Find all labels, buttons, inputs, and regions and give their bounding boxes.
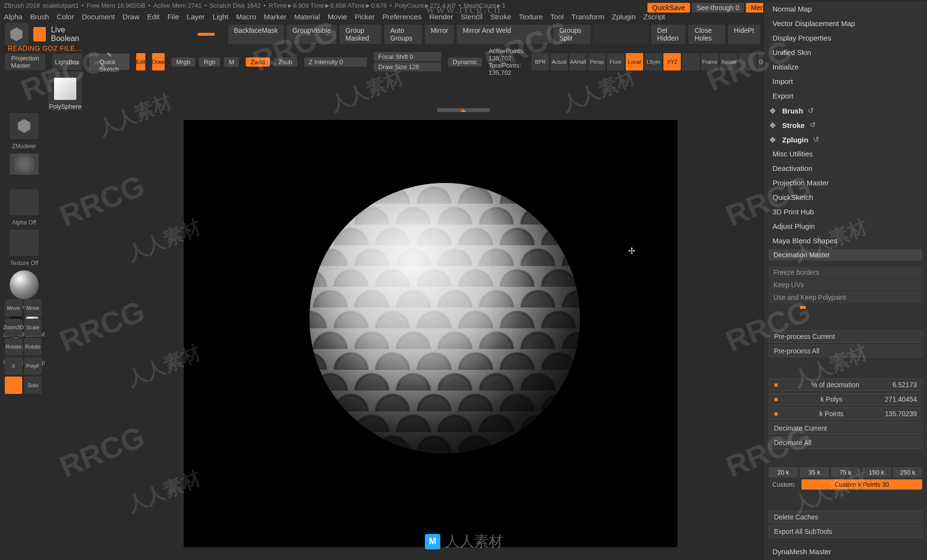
export-all-subtools-button[interactable]: Export All SubTools [769, 525, 922, 538]
orange-handle-icon[interactable] [197, 33, 215, 36]
shelf-delhidden[interactable]: Del Hidden [651, 25, 686, 44]
menu-alpha[interactable]: Alpha [4, 13, 22, 21]
move-tool[interactable]: Move [5, 299, 22, 317]
stat-kpolys[interactable]: ■ k Polys271.40454 [769, 393, 922, 406]
rgb-toggle[interactable]: Rgb [199, 57, 220, 67]
rp-deactivation[interactable]: Deactivation [764, 161, 927, 176]
mrgb-toggle[interactable]: Mrgb [171, 57, 196, 67]
reset-icon[interactable]: ↺ [808, 106, 814, 115]
menu-texture[interactable]: Texture [519, 13, 543, 21]
rp-opt-keepuvs[interactable]: Keep UVs [769, 279, 922, 291]
rp-unified-skin[interactable]: Unified Skin [764, 45, 927, 60]
frame-button[interactable]: Frame [701, 53, 718, 70]
move-tool[interactable]: Move [24, 299, 42, 317]
rp-opt-freeze[interactable]: Freeze borders [769, 266, 922, 278]
tool-thumbnail[interactable]: PolySphere [48, 71, 82, 110]
shelf-mirrorweld[interactable]: Mirror And Weld [457, 25, 550, 44]
preset-75k[interactable]: 75 k [831, 467, 860, 477]
menu-stencil[interactable]: Stencil [461, 13, 482, 21]
rp-normal-map[interactable]: Normal Map [764, 2, 927, 16]
menu-tool[interactable]: Tool [550, 13, 564, 21]
rp-3dprinthub[interactable]: 3D Print Hub [764, 205, 927, 219]
rp-head-stroke[interactable]: ✥ Stroke ↺ [764, 118, 927, 132]
menu-stroke[interactable]: Stroke [490, 13, 511, 21]
rp-adjust-plugin[interactable]: Adjust Plugin [764, 219, 927, 234]
reset-icon[interactable]: ↺ [813, 135, 819, 144]
rp-dynamesh[interactable]: DynaMesh Master [764, 545, 927, 559]
rp-initialize[interactable]: Initialize [764, 60, 927, 74]
x-tool[interactable]: X [5, 357, 22, 375]
menu-layer[interactable]: Layer [187, 13, 205, 21]
zoom3d-tool[interactable]: Zoom3D [5, 319, 22, 336]
shelf-closeholes[interactable]: Close Holes [688, 25, 725, 44]
rp-vdm[interactable]: Vector Displacement Map [764, 16, 927, 31]
shelf-hidept[interactable]: HidePt [728, 25, 760, 44]
material-sphere-icon[interactable] [10, 270, 39, 299]
quicksave-button[interactable]: QuickSave [647, 3, 690, 13]
rp-import[interactable]: Import [764, 74, 927, 89]
menu-edit[interactable]: Edit [147, 13, 160, 21]
shelf-mirror[interactable]: Mirror [425, 25, 454, 44]
rp-section-decimation[interactable]: Decimation Master [769, 249, 922, 261]
custom-value[interactable]: Custom k Points 30 [801, 479, 922, 490]
menu-document[interactable]: Document [82, 13, 114, 21]
zadd-toggle[interactable]: Zadd [246, 57, 270, 67]
rotate-tool[interactable]: Rotate [24, 338, 42, 355]
menu-movie[interactable]: Movie [328, 13, 347, 21]
menu-zplugin[interactable]: Zplugin [612, 13, 635, 21]
preset-20k[interactable]: 20 k [769, 467, 798, 477]
menu-light[interactable]: Light [212, 13, 228, 21]
scale-tool[interactable]: Scale [24, 319, 42, 336]
menu-zscript[interactable]: Zscript [644, 13, 665, 21]
shelf-groupvisible[interactable]: GroupVisible [287, 25, 337, 44]
preprocess-all-button[interactable]: Pre-process All [769, 345, 922, 357]
menu-brush[interactable]: Brush [30, 13, 49, 21]
preset-150k[interactable]: 150 k [862, 467, 891, 477]
focal-shift-slider[interactable]: Focal Shift 0 [374, 52, 441, 61]
texture-swatch[interactable] [10, 230, 39, 256]
divider-handle[interactable] [437, 108, 490, 112]
rp-display-props[interactable]: Display Properties [764, 31, 927, 45]
zintensity-slider[interactable]: Z Intensity 0 [304, 57, 367, 67]
rp-proj-master[interactable]: Projection Master [764, 176, 927, 190]
actual-button[interactable]: Actual [550, 53, 568, 70]
menu-transform[interactable]: Transform [572, 13, 604, 21]
preprocess-current-button[interactable]: Pre-process Current [769, 330, 922, 343]
reset-icon[interactable]: ↺ [810, 121, 816, 129]
decimate-current-button[interactable]: Decimate Current [769, 422, 922, 434]
quicksketch-button[interactable]: ✎ Quick Sketch [89, 54, 129, 70]
lsym-button[interactable]: LSym [645, 53, 662, 70]
menu-color[interactable]: Color [57, 13, 74, 21]
menu-material[interactable]: Material [294, 13, 320, 21]
menu-file[interactable]: File [168, 13, 179, 21]
seethrough-slider[interactable]: See-through 0 [692, 3, 744, 13]
polyf-tool[interactable]: PolyF [24, 357, 42, 375]
floor-button[interactable]: Floor [607, 53, 624, 70]
rp-quicksketch[interactable]: QuickSketch [764, 190, 927, 205]
rp-head-zplugin[interactable]: ✥ Zplugin ↺ [764, 132, 927, 147]
decimate-all-button[interactable]: Decimate All [769, 436, 922, 449]
alpha-swatch[interactable] [10, 189, 39, 215]
aahalf-button[interactable]: AAHalf [569, 53, 587, 70]
menu-render[interactable]: Render [429, 13, 453, 21]
liveboolean-hex-icon[interactable] [5, 23, 28, 46]
edit-button[interactable]: Edit [136, 53, 145, 70]
bpr-button[interactable]: BPR [532, 53, 549, 70]
zmodeler-tool-icon[interactable] [10, 113, 39, 139]
shelf-groupmasked[interactable]: Group Masked [339, 25, 381, 44]
menu-macro[interactable]: Macro [236, 13, 256, 21]
lightbox-button[interactable]: LightBox [52, 54, 82, 70]
preset-35k[interactable]: 35 k [800, 467, 829, 477]
shelf-autogroups[interactable]: Auto Groups [384, 25, 422, 44]
draw-button[interactable]: Draw [152, 53, 165, 70]
viewport[interactable]: ✢ [183, 120, 678, 547]
rp-maya-blend[interactable]: Maya Blend Shapes [764, 234, 927, 248]
projection-master-button[interactable]: Projection Master [5, 54, 45, 70]
draw-size-slider[interactable]: Draw Size 128 [374, 62, 441, 71]
shelf-backfacemask[interactable]: BackfaceMask [228, 25, 284, 44]
liveboolean-toggle[interactable] [33, 27, 46, 42]
menu-preferences[interactable]: Preferences [382, 13, 421, 21]
delete-caches-button[interactable]: Delete Caches [769, 511, 922, 523]
stat-kpoints[interactable]: ■ k Points135.70239 [769, 407, 922, 420]
mini-slider[interactable] [770, 306, 921, 309]
